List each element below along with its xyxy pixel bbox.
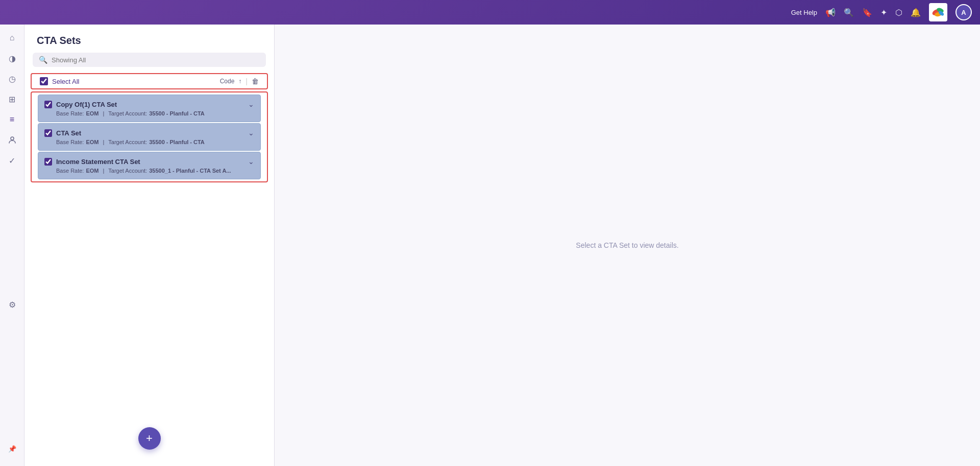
svg-point-4 <box>11 137 14 140</box>
search-input[interactable] <box>52 56 260 64</box>
cta-item-2[interactable]: CTA Set ⌄ Base Rate: EOM | Target Accoun… <box>38 123 261 151</box>
cta-meta-3: Base Rate: EOM | Target Account: 35500_1… <box>44 168 254 174</box>
cta-checkbox-1[interactable] <box>44 101 52 108</box>
cta-chevron-2[interactable]: ⌄ <box>248 129 254 137</box>
select-all-row: Select All Code ↑ | 🗑 <box>31 73 268 89</box>
left-panel: CTA Sets 🔍 Select All Code ↑ | 🗑 <box>24 25 275 466</box>
code-column-header: Code <box>220 78 235 85</box>
cta-chevron-1[interactable]: ⌄ <box>248 100 254 108</box>
leaf-logo-svg <box>931 5 945 19</box>
avatar[interactable]: A <box>955 4 972 20</box>
get-help-button[interactable]: Get Help <box>791 9 817 16</box>
cta-name-3: Income Statement CTA Set <box>56 158 244 166</box>
select-all-label[interactable]: Select All <box>52 78 79 85</box>
cta-list: Copy Of(1) CTA Set ⌄ Base Rate: EOM | Ta… <box>32 92 267 181</box>
delete-icon[interactable]: 🗑 <box>252 77 259 85</box>
sidebar-item-settings[interactable]: ⚙ <box>3 295 21 314</box>
divider: | <box>246 77 248 85</box>
cta-item-3[interactable]: Income Statement CTA Set ⌄ Base Rate: EO… <box>38 152 261 179</box>
cta-name-1: Copy Of(1) CTA Set <box>56 101 244 108</box>
bookmark-icon[interactable]: 🔖 <box>862 8 872 17</box>
megaphone-icon[interactable]: 📢 <box>825 8 836 17</box>
select-all-checkbox[interactable] <box>40 77 48 85</box>
sidebar-item-time[interactable]: ◷ <box>3 69 21 88</box>
app-logo <box>929 3 947 21</box>
detail-placeholder: Select a CTA Set to view details. <box>576 241 678 249</box>
search-icon[interactable]: 🔍 <box>844 8 854 17</box>
page-title: CTA Sets <box>24 25 274 53</box>
sort-icon[interactable]: ↑ <box>238 78 241 85</box>
sidebar: ⌂ ◑ ◷ ⊞ ≡ ✓ ⚙ 📌 <box>0 25 24 466</box>
sidebar-item-home[interactable]: ⌂ <box>3 29 21 47</box>
cta-meta-2: Base Rate: EOM | Target Account: 35500 -… <box>44 139 254 145</box>
cta-chevron-3[interactable]: ⌄ <box>248 157 254 166</box>
bell-icon[interactable]: 🔔 <box>911 8 921 17</box>
sidebar-item-activity[interactable]: ◑ <box>3 49 21 67</box>
cta-list-wrapper: Copy Of(1) CTA Set ⌄ Base Rate: EOM | Ta… <box>31 91 268 182</box>
cta-item-1[interactable]: Copy Of(1) CTA Set ⌄ Base Rate: EOM | Ta… <box>38 95 261 122</box>
cta-checkbox-3[interactable] <box>44 158 52 166</box>
topbar: Get Help 📢 🔍 🔖 ✦ ⬡ 🔔 A <box>0 0 980 25</box>
search-icon: 🔍 <box>39 56 47 64</box>
cube-icon[interactable]: ⬡ <box>895 8 902 17</box>
sidebar-item-list[interactable]: ≡ <box>3 110 21 129</box>
cta-meta-1: Base Rate: EOM | Target Account: 35500 -… <box>44 110 254 116</box>
compass-icon[interactable]: ✦ <box>880 8 887 17</box>
cta-name-2: CTA Set <box>56 129 244 137</box>
right-panel: Select a CTA Set to view details. <box>275 25 980 466</box>
sidebar-item-person[interactable] <box>3 131 21 149</box>
sidebar-item-check[interactable]: ✓ <box>3 151 21 170</box>
cta-checkbox-2[interactable] <box>44 129 52 137</box>
pin-icon: 📌 <box>3 439 21 458</box>
add-button[interactable]: + <box>138 427 161 450</box>
search-bar[interactable]: 🔍 <box>33 53 266 67</box>
sidebar-item-grid[interactable]: ⊞ <box>3 90 21 108</box>
